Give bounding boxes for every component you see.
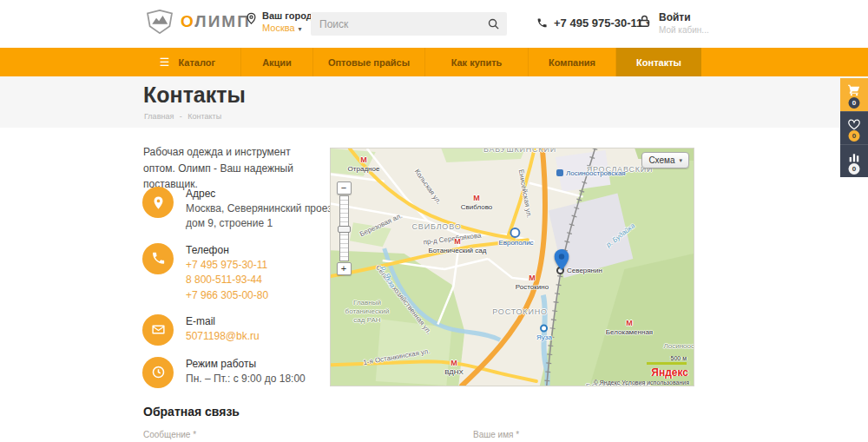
count-badge: 0 [849, 163, 860, 175]
map-marker-rail: Лосиноостровская [556, 168, 626, 177]
map-district-label: РОСТОКИНО [492, 307, 548, 316]
railway-station-icon [556, 169, 563, 176]
map-terms-link[interactable]: Условия использования [621, 379, 689, 386]
map-marker-pin[interactable] [555, 249, 569, 270]
map-marker-label: Северянин [567, 267, 602, 274]
lock-icon [637, 14, 652, 29]
nav-item-company[interactable]: Компания [529, 48, 616, 76]
contact-item-title: Режим работы [186, 357, 306, 370]
chevron-down-icon: ▾ [679, 157, 682, 164]
map-marker-metro: МРостокино [516, 274, 549, 291]
nav-item-wholesale-prices[interactable]: Оптовые прайсы [313, 48, 425, 76]
nav-item-catalog[interactable]: ☰Каталог [135, 48, 241, 76]
map-marker-metro: МВДНХ [444, 360, 464, 376]
hamburger-icon: ☰ [160, 56, 170, 69]
contact-item-title: E-mail [186, 314, 260, 327]
zoom-handle[interactable] [338, 226, 351, 233]
location-pin-icon [245, 12, 258, 25]
header-phone[interactable]: +7 495 975-30-11 ▾ [536, 16, 649, 30]
nav-item-label: Компания [549, 57, 595, 68]
map-type-button[interactable]: Схема▾ [641, 152, 689, 168]
logo-text: ОЛИМП [181, 12, 251, 31]
login[interactable]: Войти Мой кабин... [637, 11, 709, 35]
contact-link[interactable]: 5071198@bk.ru [186, 329, 260, 344]
map-district-label: БАБУШКИНСКИЙ [483, 148, 556, 154]
contact-list: АдресМосква, Северянинский проезд, дом 9… [142, 187, 359, 388]
contact-item-email: E-mail5071198@bk.ru [142, 314, 359, 346]
compare-button[interactable]: 0 [840, 144, 868, 177]
map-street-label: Енисейская ул. [517, 168, 534, 218]
nav-item-how-to-buy[interactable]: Как купить [425, 48, 529, 76]
map-marker-label: Европолис [498, 239, 533, 247]
nav-item-contacts[interactable]: Контакты [616, 48, 701, 76]
clock-icon [142, 357, 174, 388]
nav-item-label: Каталог [179, 57, 216, 68]
mall-icon [510, 228, 520, 238]
contact-link[interactable]: 8 800-511-93-44 [186, 273, 268, 287]
map-marker-label: Яуза [536, 333, 552, 341]
chevron-down-icon: ▾ [299, 25, 302, 33]
logo[interactable]: ОЛИМП [146, 10, 251, 34]
page-title: Контакты [143, 82, 246, 108]
map-street-label: Кольская ул. [413, 168, 443, 206]
search-input[interactable] [311, 12, 487, 36]
nav-item-label: Акции [262, 57, 292, 68]
metro-icon: М [454, 238, 461, 246]
phone-icon [536, 17, 548, 29]
map-marker-label: Свиблово [461, 203, 493, 211]
contact-link[interactable]: +7 966 305-00-80 [186, 288, 268, 303]
map-water-label: р. Будайка [605, 221, 637, 248]
map-area-label: Главный ботанический сад РАН [345, 299, 390, 325]
count-badge: 0 [849, 97, 860, 109]
map-marker-place: Европолис [496, 228, 533, 247]
message-field-label: Сообщение * [143, 430, 196, 439]
map[interactable]: БАБУШКИНСКИЙЯРОСЛАВСКИЙСВИБЛОВОРОСТОКИНО… [330, 148, 694, 386]
breadcrumb-home[interactable]: Главная [144, 112, 174, 121]
metro-icon: М [450, 360, 457, 367]
map-marker-metro: МБотанический сад [429, 238, 487, 254]
nav-item-promotions[interactable]: Акции [241, 48, 313, 76]
location-pin-icon [142, 187, 174, 218]
page: ОЛИМП Ваш город Москва▾ +7 495 975-30-11… [0, 0, 868, 442]
name-field-label: Ваше имя * [473, 430, 519, 439]
map-street-label: Березовая ал. [358, 212, 404, 239]
map-marker-label: Ростокино [516, 283, 549, 291]
zoom-in-button[interactable]: + [337, 262, 352, 275]
contact-item-title: Телефон [186, 243, 268, 256]
contact-item-working-hours: Режим работыПн. – Пт.: с 9:00 до 18:00 [142, 357, 359, 388]
river-station-icon [541, 325, 549, 333]
city-label: Ваш город [262, 10, 312, 21]
zoom-track[interactable] [339, 195, 349, 261]
map-zoom-control: − + [336, 181, 352, 275]
map-marker-stop-blue: Яуза [536, 325, 552, 341]
contact-link[interactable]: +7 495 975-30-11 [186, 258, 268, 273]
favorites-button[interactable]: 0 [840, 111, 868, 144]
zoom-out-button[interactable]: − [337, 181, 352, 195]
metro-icon: М [626, 320, 633, 327]
nav-item-label: Контакты [636, 57, 681, 68]
contact-item-address: АдресМосква, Северянинский проезд, дом 9… [142, 187, 359, 232]
map-marker-label: Ботанический сад [429, 247, 487, 254]
floating-actions: 000 [840, 78, 868, 177]
map-marker-metro: МСвиблово [461, 195, 493, 211]
map-copyright: © Яндекс Условия использования [594, 379, 689, 386]
logo-shield-icon [146, 10, 174, 34]
nav-item-label: Оптовые прайсы [328, 57, 410, 68]
city-selector[interactable]: Ваш город Москва▾ [245, 10, 312, 33]
map-street-label: 1-я Останкинская ул. [363, 347, 431, 366]
intro-text: Рабочая одежда и инструмент оптом. Олимп… [143, 144, 324, 193]
login-subtitle: Мой кабин... [659, 25, 709, 35]
header-phone-number: +7 495 975-30-11 [554, 16, 642, 30]
cart-button[interactable]: 0 [840, 78, 868, 111]
email-icon [142, 314, 174, 346]
breadcrumb: Главная - Контакты [144, 112, 221, 121]
map-marker-label: Белокаменная [606, 328, 653, 336]
yandex-logo[interactable]: Яндекс [651, 366, 688, 379]
search-box [311, 12, 507, 36]
map-district-label: СВИБЛОВО [412, 222, 462, 231]
contact-text: Пн. – Пт.: с 9:00 до 18:00 [186, 372, 306, 386]
breadcrumb-separator: - [180, 112, 182, 121]
login-title: Войти [659, 11, 709, 23]
map-marker-metro: МОтрадное [348, 156, 380, 173]
search-icon[interactable] [487, 17, 500, 30]
